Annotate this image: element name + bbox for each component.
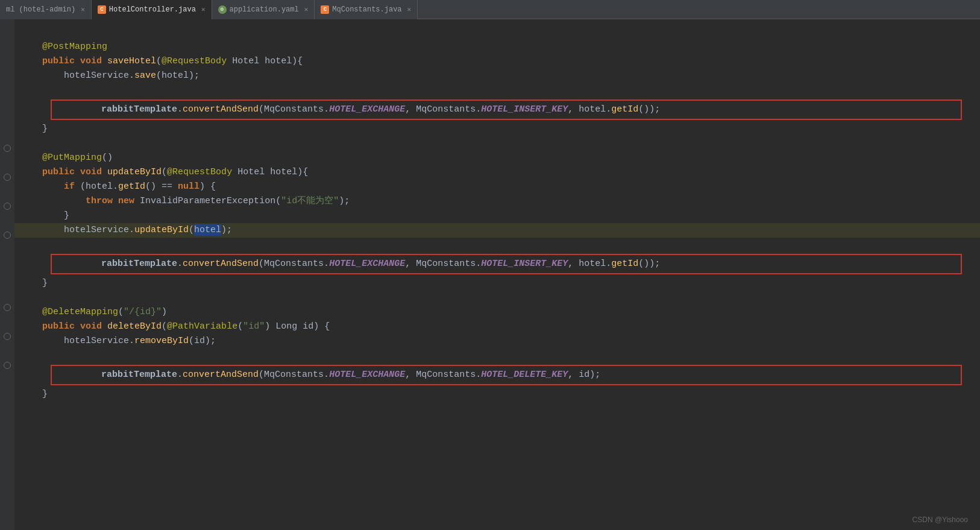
left-gutter xyxy=(0,19,14,530)
code-line: throw new InvalidParameterException("id不… xyxy=(14,194,980,209)
breakpoint-1[interactable] xyxy=(4,145,11,152)
tab-application-yaml[interactable]: ⚙ application.yaml ✕ xyxy=(212,0,315,19)
breakpoint-7[interactable] xyxy=(4,362,11,369)
rabbit-code-3: rabbitTemplate.convertAndSend(MqConstant… xyxy=(58,368,955,382)
code-line xyxy=(14,83,980,98)
rabbit-code-1: rabbitTemplate.convertAndSend(MqConstant… xyxy=(58,103,955,117)
code-line: hotelService.removeById(id); xyxy=(14,334,980,349)
code-line: } xyxy=(14,387,980,402)
code-line xyxy=(14,238,980,252)
tab-mq-constants-close[interactable]: ✕ xyxy=(407,5,412,13)
tab-hotel-controller-label: HotelController.java xyxy=(109,5,196,14)
code-line xyxy=(14,25,980,40)
code-line: @DeleteMapping("/{id}") xyxy=(14,305,980,320)
java-icon-2: C xyxy=(321,5,329,14)
java-icon-1: C xyxy=(98,5,106,14)
code-line-highlighted: hotelService.updateById(hotel); xyxy=(14,223,980,238)
code-line: public void deleteById(@PathVariable("id… xyxy=(14,320,980,334)
tab-bar: ml (hotel-admin) ✕ C HotelController.jav… xyxy=(0,0,980,19)
code-line: @PostMapping xyxy=(14,40,980,54)
tab-application-yaml-close[interactable]: ✕ xyxy=(304,5,309,13)
tab-mq-constants-label: MqConstants.java xyxy=(332,5,401,14)
rabbit-box-1-container: rabbitTemplate.convertAndSend(MqConstant… xyxy=(14,99,980,120)
tab-hotel-controller-close[interactable]: ✕ xyxy=(201,5,206,13)
code-line xyxy=(14,349,980,363)
code-line: } xyxy=(14,122,980,136)
code-line xyxy=(14,136,980,151)
rabbit-box-2-container: rabbitTemplate.convertAndSend(MqConstant… xyxy=(14,254,980,274)
rabbit-code-2: rabbitTemplate.convertAndSend(MqConstant… xyxy=(58,257,955,271)
code-line: public void updateById(@RequestBody Hote… xyxy=(14,165,980,180)
code-line xyxy=(14,291,980,305)
breakpoint-4[interactable] xyxy=(4,232,11,239)
yaml-icon: ⚙ xyxy=(218,5,227,14)
tab-xml-close[interactable]: ✕ xyxy=(81,5,85,13)
code-line: } xyxy=(14,276,980,291)
tab-application-yaml-label: application.yaml xyxy=(230,5,299,14)
code-line: hotelService.save(hotel); xyxy=(14,69,980,83)
code-line: public void saveHotel(@RequestBody Hotel… xyxy=(14,54,980,69)
breakpoint-6[interactable] xyxy=(4,333,11,340)
tab-mq-constants[interactable]: C MqConstants.java ✕ xyxy=(315,0,418,19)
code-line: @PutMapping() xyxy=(14,151,980,165)
tab-hotel-controller[interactable]: C HotelController.java ✕ xyxy=(92,0,212,19)
code-area[interactable]: @PostMapping public void saveHotel(@Requ… xyxy=(14,19,980,530)
code-line: if (hotel.getId() == null) { xyxy=(14,180,980,194)
breakpoint-2[interactable] xyxy=(4,174,11,181)
editor-area: @PostMapping public void saveHotel(@Requ… xyxy=(0,19,980,530)
watermark: CSDN @Yishooo xyxy=(912,516,968,524)
tab-xml-label: ml (hotel-admin) xyxy=(6,5,75,14)
rabbit-box-3-container: rabbitTemplate.convertAndSend(MqConstant… xyxy=(14,365,980,385)
breakpoint-5[interactable] xyxy=(4,304,11,311)
code-line: } xyxy=(14,209,980,223)
tab-xml[interactable]: ml (hotel-admin) ✕ xyxy=(0,0,92,19)
breakpoint-3[interactable] xyxy=(4,203,11,210)
